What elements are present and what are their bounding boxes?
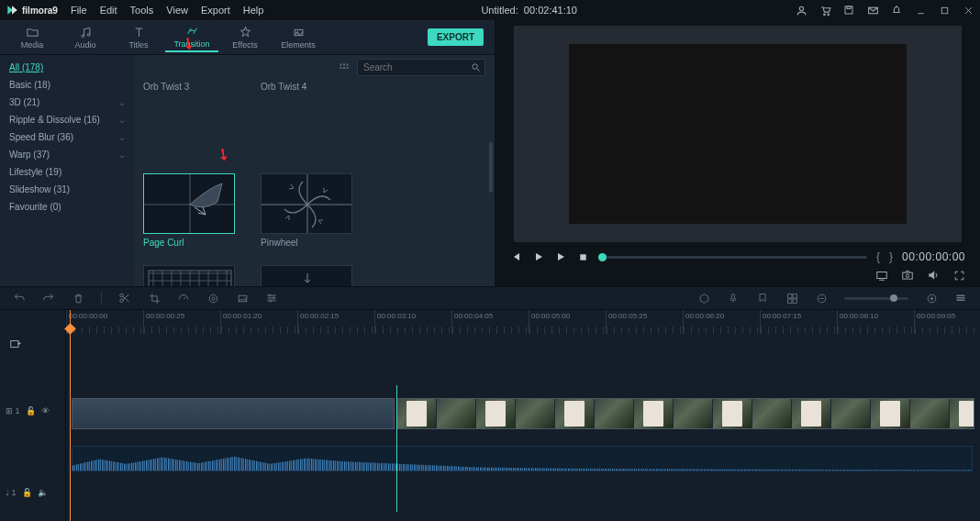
play-icon[interactable] [532, 250, 545, 263]
cart-icon[interactable] [819, 4, 831, 17]
menu-edit[interactable]: Edit [100, 5, 117, 16]
zoom-out-icon[interactable] [815, 292, 828, 305]
nav-effects[interactable]: Effects [218, 24, 272, 51]
search-input[interactable] [357, 59, 485, 76]
transition-item[interactable]: Orb Twist 4 [261, 82, 352, 162]
crop-icon[interactable] [148, 292, 161, 305]
menu-tools[interactable]: Tools [130, 5, 154, 16]
category-slideshow[interactable]: Slideshow (31) [0, 181, 134, 198]
minimize-icon[interactable] [914, 4, 927, 17]
mark-out-icon[interactable]: } [889, 250, 893, 263]
svg-rect-17 [340, 67, 342, 69]
stop-icon[interactable] [576, 250, 589, 263]
nav-audio[interactable]: Audio [59, 24, 112, 51]
menu-file[interactable]: File [71, 5, 87, 16]
transition-pixels-in[interactable]: Pixels In [261, 265, 352, 286]
lock-icon[interactable]: 🔓 [22, 488, 32, 497]
zoom-in-icon[interactable] [925, 292, 938, 305]
maximize-icon[interactable] [938, 4, 951, 17]
timeline-ruler[interactable]: 00:00:00:0000:00:00:25 00:00:01:2000:00:… [66, 310, 980, 334]
svg-rect-44 [732, 294, 735, 300]
green-screen-icon[interactable] [236, 292, 249, 305]
gallery-scrollbar[interactable] [489, 142, 493, 193]
speed-icon[interactable] [177, 292, 190, 305]
redo-icon[interactable] [42, 292, 55, 305]
timeline[interactable]: ⊞ 1 🔓 👁 ♩ 1 🔓 🔈 00:00:00:0000:00:00:25 0… [0, 310, 980, 521]
menu-help[interactable]: Help [243, 5, 264, 16]
add-track-icon[interactable] [9, 338, 22, 350]
mute-icon[interactable]: 🔈 [38, 488, 48, 497]
delete-icon[interactable] [72, 292, 84, 305]
category-lifestyle[interactable]: Lifestyle (19) [0, 163, 134, 181]
audio-track-header[interactable]: ♩ 1 🔓 🔈 [6, 488, 61, 497]
svg-rect-19 [347, 67, 349, 69]
visibility-icon[interactable]: 👁 [41, 406, 50, 416]
timeline-view-icon[interactable] [954, 292, 967, 305]
transition-pixelate[interactable]: Pixelate [143, 265, 235, 286]
svg-rect-46 [793, 294, 796, 297]
export-button[interactable]: EXPORT [428, 28, 484, 46]
transition-item[interactable]: Orb Twist 3 [143, 82, 235, 162]
svg-rect-45 [787, 294, 791, 297]
undo-icon[interactable] [13, 292, 26, 305]
quality-icon[interactable] [875, 269, 888, 282]
menu-export[interactable]: Export [201, 5, 230, 16]
lock-icon[interactable]: 🔓 [26, 406, 36, 416]
category-all[interactable]: All (178) [0, 59, 134, 76]
svg-rect-4 [847, 6, 851, 9]
audio-clip[interactable] [72, 446, 973, 471]
nav-media[interactable]: Media [6, 24, 59, 51]
search-icon [471, 62, 481, 72]
render-icon[interactable] [785, 292, 798, 305]
chevron-down-icon: ⌵ [119, 113, 125, 127]
marker-icon[interactable] [756, 292, 769, 305]
svg-rect-18 [343, 67, 345, 69]
zoom-slider[interactable] [844, 297, 908, 300]
notification-icon[interactable] [890, 4, 903, 17]
chevron-down-icon: ⌵ [119, 148, 125, 161]
svg-point-35 [209, 294, 217, 303]
svg-rect-14 [340, 63, 342, 65]
fullscreen-icon[interactable] [952, 269, 965, 282]
menu-view[interactable]: View [166, 5, 188, 16]
category-warp[interactable]: Warp (37)⌵ [0, 146, 134, 163]
video-clip-1[interactable]: PUBG Mobile Hack iPhone (No Jailbreak) &… [72, 398, 395, 429]
prev-frame-icon[interactable] [510, 250, 523, 263]
svg-rect-7 [941, 7, 947, 13]
transition-pinwheel[interactable]: Pinwheel [261, 173, 352, 254]
volume-icon[interactable] [927, 269, 940, 282]
snapshot-icon[interactable] [901, 269, 914, 282]
playhead[interactable] [70, 310, 71, 521]
preview-viewport [514, 26, 962, 242]
project-title: Untitled: 00:02:41:10 [263, 5, 795, 16]
preview-scrubber[interactable] [598, 256, 867, 259]
category-basic[interactable]: Basic (18) [0, 76, 134, 94]
mail-icon[interactable] [866, 4, 879, 17]
close-icon[interactable] [962, 4, 974, 17]
adjust-icon[interactable] [265, 292, 278, 305]
svg-rect-56 [957, 300, 965, 302]
mark-in-icon[interactable]: { [876, 250, 880, 263]
preview-timecode: 00:00:00:00 [902, 250, 965, 263]
color-icon[interactable] [206, 292, 219, 305]
nav-titles[interactable]: Titles [112, 24, 165, 51]
transition-page-curl[interactable]: Page Curl ➘ [143, 173, 235, 254]
grid-view-icon[interactable] [339, 62, 350, 73]
category-speedblur[interactable]: Speed Blur (36)⌵ [0, 128, 134, 146]
account-icon[interactable] [795, 4, 807, 17]
split-icon[interactable] [118, 292, 131, 305]
category-favourite[interactable]: Favourite (0) [0, 198, 134, 216]
category-3d[interactable]: 3D (21)⌵ [0, 94, 134, 111]
svg-point-42 [273, 297, 274, 299]
next-frame-icon[interactable] [554, 250, 567, 263]
save-icon[interactable] [842, 4, 855, 17]
voiceover-icon[interactable] [727, 292, 740, 305]
nav-elements[interactable]: Elements [272, 24, 325, 51]
nav-transition[interactable]: Transition [165, 23, 218, 52]
svg-point-32 [906, 274, 909, 278]
video-clip-2[interactable]: PUBG Mobile Hack iPhone (No Jailbreak) &… [396, 398, 974, 429]
category-list: All (178) Basic (18) 3D (21)⌵ Ripple & D… [0, 55, 134, 286]
mix-icon[interactable] [697, 292, 710, 305]
category-ripple[interactable]: Ripple & Dissolve (16)⌵ [0, 111, 134, 128]
video-track-header[interactable]: ⊞ 1 🔓 👁 [6, 406, 61, 416]
